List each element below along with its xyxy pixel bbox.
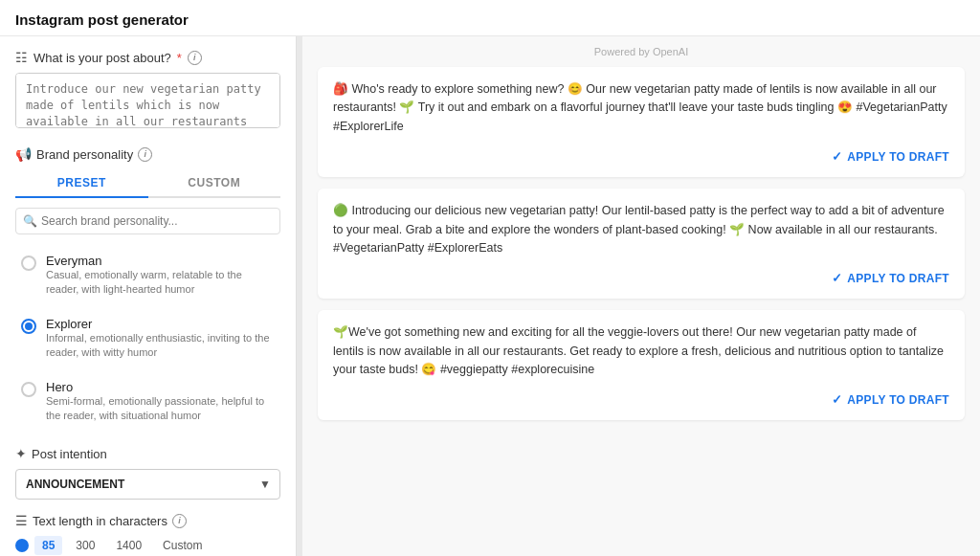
brand-personality-label-row: 📢 Brand personality i bbox=[15, 146, 280, 162]
post-intention-section: ✦ Post intention ANNOUNCEMENT PROMOTION … bbox=[15, 446, 280, 500]
personality-desc-everyman: Casual, emotionally warm, relatable to t… bbox=[46, 268, 275, 298]
post-about-section-label: ☷ What is your post about? * i bbox=[15, 50, 280, 65]
personality-item-everyman[interactable]: Everyman Casual, emotionally warm, relat… bbox=[15, 244, 280, 307]
text-length-section: ☰ Text length in characters i 85 300 140… bbox=[15, 513, 280, 555]
search-icon: 🔍 bbox=[23, 214, 37, 228]
text-length-radio-group: 85 300 1400 Custom bbox=[15, 536, 280, 555]
text-length-label: Text length in characters bbox=[33, 514, 167, 528]
apply-to-draft-button-3[interactable]: ✓ APPLY TO DRAFT bbox=[832, 389, 949, 411]
brand-personality-info-icon[interactable]: i bbox=[138, 147, 152, 162]
tab-preset[interactable]: PRESET bbox=[15, 169, 148, 198]
post-text-1: 🎒 Who's ready to explore something new? … bbox=[333, 80, 949, 136]
post-intention-label: Post intention bbox=[32, 447, 107, 461]
apply-btn-row-2: ✓ APPLY TO DRAFT bbox=[333, 267, 949, 289]
post-about-input[interactable] bbox=[15, 73, 280, 128]
doc-icon: ☷ bbox=[15, 50, 28, 65]
post-text-2: 🟢 Introducing our delicious new vegetari… bbox=[333, 202, 949, 257]
post-about-info-icon[interactable]: i bbox=[188, 51, 202, 65]
post-intention-label-row: ✦ Post intention bbox=[15, 446, 280, 461]
personality-item-explorer[interactable]: Explorer Informal, emotionally enthusias… bbox=[15, 307, 280, 370]
post-intention-dropdown-wrapper: ANNOUNCEMENT PROMOTION ENGAGEMENT EDUCAT… bbox=[15, 469, 280, 500]
personality-tabs: PRESET CUSTOM bbox=[15, 169, 280, 198]
post-text-3: 🌱We've got something new and exciting fo… bbox=[333, 323, 949, 379]
target-icon: ✦ bbox=[15, 446, 27, 461]
list-icon: ☰ bbox=[15, 513, 28, 528]
personality-name-hero: Hero bbox=[46, 380, 275, 394]
brand-personality-label: Brand personality bbox=[36, 147, 133, 162]
checkmark-icon-1: ✓ bbox=[832, 149, 842, 164]
text-length-85[interactable]: 85 bbox=[34, 536, 62, 555]
post-about-label: What is your post about? bbox=[33, 51, 171, 65]
personality-desc-explorer: Informal, emotionally enthusiastic, invi… bbox=[46, 331, 275, 361]
post-card-2: 🟢 Introducing our delicious new vegetari… bbox=[318, 189, 965, 299]
text-length-label-row: ☰ Text length in characters i bbox=[15, 513, 280, 528]
required-star: * bbox=[177, 51, 182, 65]
app-container: Instagram post generator ☷ What is your … bbox=[0, 0, 980, 556]
text-length-radio-indicator[interactable] bbox=[15, 539, 29, 552]
main-layout: ☷ What is your post about? * i 📢 Brand p… bbox=[0, 36, 980, 556]
tab-custom[interactable]: CUSTOM bbox=[148, 169, 281, 196]
personality-text-everyman: Everyman Casual, emotionally warm, relat… bbox=[46, 254, 275, 298]
apply-to-draft-button-1[interactable]: ✓ APPLY TO DRAFT bbox=[832, 145, 949, 167]
checkmark-icon-2: ✓ bbox=[832, 271, 842, 285]
right-panel: Powered by OpenAI 🎒 Who's ready to explo… bbox=[302, 36, 980, 556]
radio-explorer[interactable] bbox=[21, 319, 36, 334]
personality-desc-hero: Semi-formal, emotionally passionate, hel… bbox=[46, 394, 275, 424]
post-intention-select[interactable]: ANNOUNCEMENT PROMOTION ENGAGEMENT EDUCAT… bbox=[15, 469, 280, 500]
post-card-1: 🎒 Who's ready to explore something new? … bbox=[318, 67, 965, 177]
apply-to-draft-button-2[interactable]: ✓ APPLY TO DRAFT bbox=[832, 267, 949, 289]
brand-personality-section: 📢 Brand personality i PRESET CUSTOM 🔍 bbox=[15, 146, 280, 433]
sidebar: ☷ What is your post about? * i 📢 Brand p… bbox=[0, 36, 297, 556]
apply-label-2: APPLY TO DRAFT bbox=[847, 272, 949, 285]
personality-list: Everyman Casual, emotionally warm, relat… bbox=[15, 244, 280, 433]
personality-name-explorer: Explorer bbox=[46, 317, 275, 331]
personality-item-hero[interactable]: Hero Semi-formal, emotionally passionate… bbox=[15, 370, 280, 434]
text-length-1400[interactable]: 1400 bbox=[108, 536, 149, 555]
text-length-300[interactable]: 300 bbox=[68, 536, 102, 555]
personality-text-explorer: Explorer Informal, emotionally enthusias… bbox=[46, 317, 275, 361]
app-title: Instagram post generator bbox=[0, 0, 980, 36]
megaphone-icon: 📢 bbox=[15, 146, 32, 162]
apply-btn-row-3: ✓ APPLY TO DRAFT bbox=[333, 389, 949, 411]
personality-text-hero: Hero Semi-formal, emotionally passionate… bbox=[46, 380, 275, 424]
personality-search-input[interactable] bbox=[15, 208, 280, 234]
text-length-custom[interactable]: Custom bbox=[155, 536, 210, 555]
radio-everyman[interactable] bbox=[21, 256, 36, 271]
apply-label-3: APPLY TO DRAFT bbox=[847, 393, 949, 407]
personality-name-everyman: Everyman bbox=[46, 254, 275, 268]
powered-by-label: Powered by OpenAI bbox=[318, 46, 965, 57]
checkmark-icon-3: ✓ bbox=[832, 392, 842, 407]
text-length-info-icon[interactable]: i bbox=[172, 514, 187, 528]
personality-search-wrapper: 🔍 bbox=[15, 208, 280, 234]
post-card-3: 🌱We've got something new and exciting fo… bbox=[318, 310, 965, 420]
apply-label-1: APPLY TO DRAFT bbox=[847, 150, 949, 164]
apply-btn-row-1: ✓ APPLY TO DRAFT bbox=[333, 145, 949, 167]
radio-hero[interactable] bbox=[21, 382, 36, 397]
